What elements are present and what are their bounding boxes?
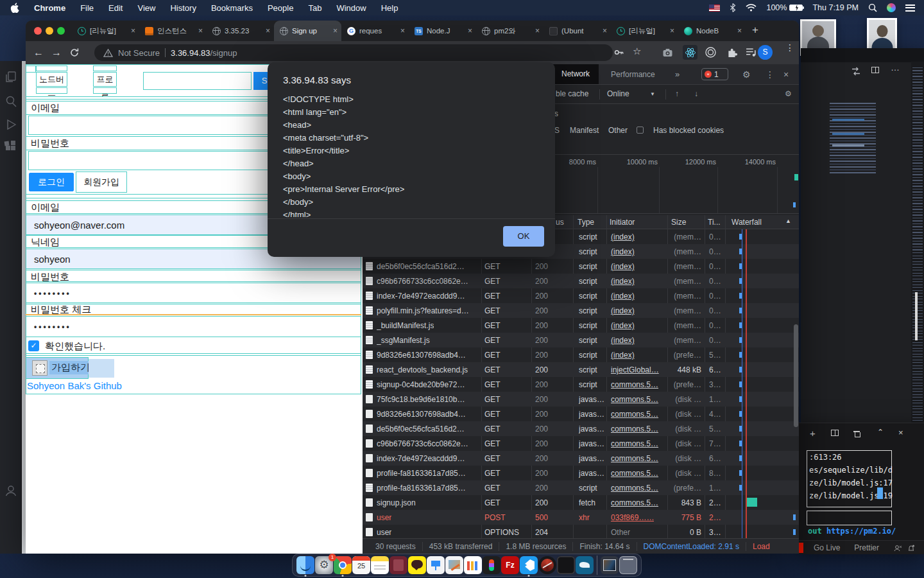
- forward-icon[interactable]: →: [51, 47, 62, 58]
- statusbar-item-prettier[interactable]: Prettier: [854, 543, 879, 552]
- browser-tab[interactable]: TSNode.J×: [409, 21, 476, 41]
- back-icon[interactable]: ←: [33, 47, 44, 58]
- network-settings-icon[interactable]: ⚙: [785, 89, 792, 98]
- initiator-link[interactable]: (index): [611, 336, 635, 345]
- browser-tab[interactable]: 인스턴스×: [139, 21, 207, 41]
- disable-cache-label[interactable]: ble cache: [556, 89, 588, 98]
- reload-icon[interactable]: [69, 48, 80, 58]
- initiator-link[interactable]: commons.5…: [611, 395, 658, 404]
- search-icon[interactable]: [4, 94, 18, 109]
- ok-button[interactable]: OK: [503, 226, 544, 247]
- target-extension-icon[interactable]: [705, 46, 717, 58]
- network-request-row[interactable]: de5b6f0ec56cfca516d2…GET200script(index)…: [363, 259, 799, 274]
- close-panel-icon[interactable]: ×: [898, 428, 903, 437]
- split-editor-icon[interactable]: [871, 67, 879, 73]
- network-request-row[interactable]: 9d8326e61307698adb4…GET200script(index)(…: [363, 347, 799, 362]
- initiator-link[interactable]: commons.5…: [611, 454, 658, 463]
- initiator-link[interactable]: commons.5…: [611, 380, 658, 389]
- dock-icon-notes[interactable]: [371, 556, 389, 574]
- dock-icon-kakaotalk[interactable]: [408, 556, 426, 574]
- menu-item-chrome[interactable]: Chrome: [34, 3, 65, 13]
- network-request-row[interactable]: profile-fa8163361a7d85…GET200javas…commo…: [363, 466, 799, 480]
- dock-icon-books[interactable]: [389, 556, 407, 574]
- github-link[interactable]: Sohyeon Bak's Github: [27, 380, 122, 391]
- input-source-flag-icon[interactable]: [709, 4, 720, 12]
- dock-icon-mysql[interactable]: [576, 556, 594, 574]
- network-request-row[interactable]: signup-0c4bde20b9e72…GET200scriptcommons…: [363, 377, 799, 392]
- browser-tab[interactable]: Greques×: [341, 21, 409, 41]
- devtools-menu-icon[interactable]: ⋮: [766, 69, 774, 80]
- tab-close-icon[interactable]: ×: [603, 26, 607, 35]
- dock-icon-filezilla[interactable]: Fz: [501, 556, 519, 574]
- feedback-icon[interactable]: [894, 545, 902, 552]
- initiator-link[interactable]: commons.5…: [611, 439, 658, 448]
- tab-network[interactable]: Network: [552, 64, 599, 84]
- network-request-row[interactable]: de5b6f0ec56cfca516d2…GET200javas…commons…: [363, 421, 799, 436]
- dock-icon-trash[interactable]: [619, 556, 637, 574]
- chrome-menu-icon[interactable]: ⋮: [785, 46, 788, 50]
- menu-clock[interactable]: Thu 7:19 PM: [812, 3, 859, 12]
- explorer-icon[interactable]: [4, 70, 18, 84]
- profile-avatar[interactable]: S: [758, 45, 773, 60]
- maximize-panel-icon[interactable]: ⌃: [877, 428, 884, 437]
- initiator-link[interactable]: commons.5…: [611, 410, 658, 419]
- col-type[interactable]: Type: [578, 218, 594, 227]
- screenshot-extension-icon[interactable]: [662, 48, 673, 57]
- throttling-select[interactable]: Online: [607, 89, 629, 98]
- menu-item-help[interactable]: Help: [381, 3, 398, 13]
- login-button[interactable]: 로그인: [29, 173, 74, 191]
- nav-brand-link[interactable]: 노드버드: [36, 72, 67, 87]
- network-request-row[interactable]: _buildManifest.jsGET200script(index)(mem…: [363, 318, 799, 333]
- notifications-bell-icon[interactable]: [908, 545, 914, 552]
- pm2-url-link[interactable]: https://pm2.io/: [826, 527, 896, 536]
- devtools-close-icon[interactable]: ×: [783, 69, 789, 80]
- network-request-row[interactable]: 9d8326e61307698adb4…GET200javas…commons.…: [363, 407, 799, 421]
- tab-close-icon[interactable]: ×: [333, 26, 338, 35]
- browser-tab[interactable]: NodeB×: [678, 21, 746, 41]
- kill-terminal-icon[interactable]: [853, 430, 860, 437]
- initiator-link[interactable]: commons.5…: [611, 484, 658, 493]
- submit-button[interactable]: 가입하기: [26, 357, 116, 380]
- menu-item-tab[interactable]: Tab: [308, 3, 321, 13]
- editor-scrollbar[interactable]: [915, 292, 918, 340]
- initiator-link[interactable]: (index): [611, 351, 635, 360]
- siri-icon[interactable]: [887, 3, 896, 12]
- account-icon[interactable]: [4, 484, 18, 498]
- dropdown-caret-icon[interactable]: ▼: [650, 91, 655, 97]
- dock-icon-preview[interactable]: [445, 556, 463, 574]
- col-status[interactable]: us: [556, 218, 564, 227]
- dock-icon-downloads[interactable]: [601, 556, 619, 574]
- col-initiator[interactable]: Initiator: [610, 218, 635, 227]
- minimize-window-button[interactable]: [46, 27, 53, 35]
- nav-profile-link[interactable]: 프로필: [93, 72, 117, 87]
- dock-icon-calendar[interactable]: 25: [352, 556, 370, 574]
- wifi-icon[interactable]: [746, 4, 757, 12]
- initiator-link[interactable]: Other: [611, 528, 630, 537]
- dock-icon-terminal[interactable]: [557, 556, 575, 574]
- initiator-link[interactable]: (index): [611, 321, 635, 330]
- goto-signup-button[interactable]: 회원가입: [76, 171, 127, 193]
- initiator-link[interactable]: (index): [611, 232, 635, 241]
- col-waterfall[interactable]: Waterfall: [732, 218, 762, 227]
- tab-performance[interactable]: Performance: [611, 70, 655, 79]
- statusbar-item-go-live[interactable]: Go Live: [814, 543, 840, 552]
- initiator-link[interactable]: (index): [611, 262, 635, 271]
- initiator-link[interactable]: (index): [611, 277, 635, 286]
- address-bar[interactable]: Not Secure 3.36.94.83/signup: [94, 44, 613, 61]
- menu-item-people[interactable]: People: [268, 3, 293, 13]
- tab-close-icon[interactable]: ×: [266, 26, 270, 35]
- import-har-icon[interactable]: ↑: [675, 89, 679, 98]
- signup-password-input[interactable]: ••••••••: [26, 283, 361, 303]
- network-request-row[interactable]: 75fc9c18.be9d6e1810b…GET200javas…commons…: [363, 392, 799, 407]
- tab-close-icon[interactable]: ×: [535, 26, 540, 35]
- network-request-row[interactable]: c96b6766733c6cc0862e…GET200javas…commons…: [363, 436, 799, 451]
- split-terminal-icon[interactable]: [831, 430, 839, 436]
- menu-item-window[interactable]: Window: [336, 3, 366, 13]
- bookmark-star-icon[interactable]: ☆: [633, 46, 641, 57]
- tab-close-icon[interactable]: ×: [468, 26, 472, 35]
- tab-close-icon[interactable]: ×: [131, 26, 135, 35]
- blocked-cookies-checkbox[interactable]: [637, 127, 644, 134]
- network-request-row[interactable]: profile-fa8163361a7d85…GET200scriptcommo…: [363, 480, 799, 495]
- browser-tab[interactable]: pm2와×: [476, 21, 543, 41]
- network-request-row[interactable]: signup.jsonGET200fetchcommons.5…843 B2…: [363, 495, 799, 510]
